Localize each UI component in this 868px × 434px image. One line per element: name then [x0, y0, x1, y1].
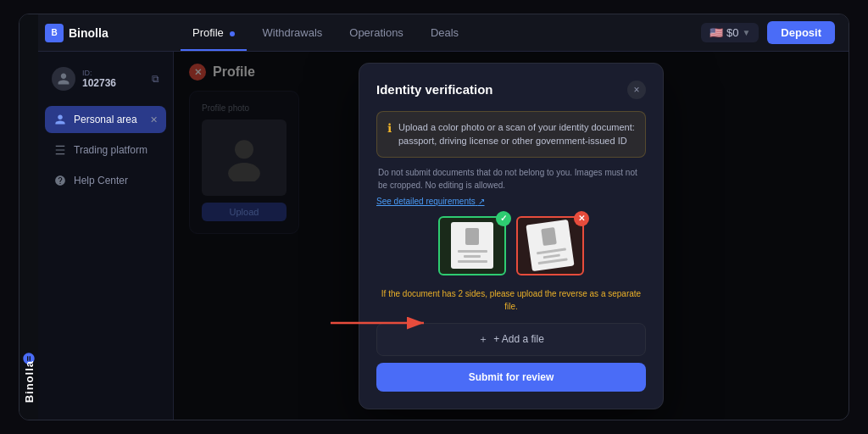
doc-line-2: [464, 255, 481, 258]
doc-line-4: [536, 248, 565, 255]
side-branding: Binolla: [19, 14, 38, 420]
help-center-label: Help Center: [74, 175, 128, 186]
personal-area-icon: [53, 113, 67, 126]
deposit-button[interactable]: Deposit: [767, 21, 835, 44]
doc-line-6: [537, 258, 567, 264]
personal-area-label: Personal area: [74, 114, 137, 125]
plus-icon: ＋: [478, 332, 488, 347]
trading-platform-label: Trading platform: [74, 144, 147, 156]
main-content: ID: 102736 ⧉ Personal area ✕ Trading pla…: [19, 52, 849, 420]
info-icon: ℹ: [387, 121, 392, 148]
valid-doc-inner: [451, 222, 493, 269]
doc-line-5: [543, 253, 560, 259]
user-id-wrap: ID: 102736: [82, 69, 116, 89]
info-content: Upload a color photo or a scan of your i…: [398, 120, 635, 148]
tab-deals[interactable]: Deals: [419, 21, 470, 44]
balance-display: 🇺🇸 $0 ▼: [701, 23, 759, 42]
sidebar-item-trading[interactable]: Trading platform: [45, 136, 166, 164]
modal-close-button[interactable]: ×: [627, 81, 646, 99]
balance-value: $0: [726, 26, 738, 39]
invalid-doc-example: ✕: [516, 216, 584, 275]
invalid-doc-inner: [526, 220, 574, 271]
user-id-label: ID:: [82, 69, 116, 77]
user-info: ID: 102736 ⧉: [45, 62, 166, 96]
logo-text: Binolla: [69, 26, 108, 40]
user-id: 102736: [82, 77, 116, 89]
info-box: ℹ Upload a color photo or a scan of your…: [376, 111, 646, 158]
logo-icon: B: [45, 24, 64, 42]
valid-doc-example: ✓: [438, 216, 506, 275]
trading-platform-icon: [53, 143, 67, 157]
doc-line-3: [458, 260, 487, 263]
sidebar-item-help[interactable]: Help Center: [45, 167, 166, 194]
modal-header: Identity verification ×: [376, 81, 646, 99]
reverse-notice: If the document has 2 sides, please uplo…: [376, 287, 646, 313]
requirements-link[interactable]: See detailed requirements ↗: [376, 197, 646, 206]
add-file-label: + Add a file: [493, 333, 544, 345]
logo-area: B Binolla: [45, 24, 181, 42]
tab-profile[interactable]: Profile: [181, 21, 247, 44]
add-file-button[interactable]: ＋ + Add a file: [376, 323, 646, 356]
modal-title: Identity verification: [376, 82, 493, 97]
flag-emoji: 🇺🇸: [709, 26, 723, 39]
nav-right: 🇺🇸 $0 ▼ Deposit: [701, 21, 835, 44]
identity-verification-modal: Identity verification × ℹ Upload a color…: [359, 63, 664, 409]
document-examples: ✓ ✕: [376, 216, 646, 275]
external-link-icon: ↗: [478, 197, 485, 206]
side-brand-text: Binolla: [23, 360, 36, 403]
sidebar: ID: 102736 ⧉ Personal area ✕ Trading pla…: [38, 52, 174, 420]
page-area: ✕ Profile Profile photo Upload 🔑: [174, 52, 849, 420]
nav-tabs: Profile Withdrawals Operations Deals: [181, 21, 701, 44]
close-icon[interactable]: ✕: [150, 114, 158, 125]
doc-line-1: [458, 250, 487, 253]
info-main-text: Upload a color photo or a scan of your i…: [398, 120, 635, 148]
modal-overlay: Identity verification × ℹ Upload a color…: [174, 52, 849, 420]
info-secondary-text: Do not submit documents that do not belo…: [376, 166, 646, 192]
doc-photo: [465, 228, 479, 245]
tab-withdrawals[interactable]: Withdrawals: [250, 21, 334, 44]
help-center-icon: [53, 174, 67, 187]
sidebar-item-personal[interactable]: Personal area ✕: [45, 106, 166, 133]
balance-chevron: ▼: [742, 28, 750, 37]
top-navbar: B Binolla Profile Withdrawals Operations…: [19, 14, 849, 52]
doc-photo-2: [541, 227, 557, 246]
profile-tab-dot: [230, 31, 235, 36]
valid-badge: ✓: [496, 211, 511, 226]
tab-operations[interactable]: Operations: [337, 21, 415, 44]
copy-icon[interactable]: ⧉: [152, 73, 159, 85]
submit-review-button[interactable]: Submit for review: [376, 363, 646, 392]
invalid-badge: ✕: [574, 211, 589, 226]
avatar: [52, 67, 75, 91]
